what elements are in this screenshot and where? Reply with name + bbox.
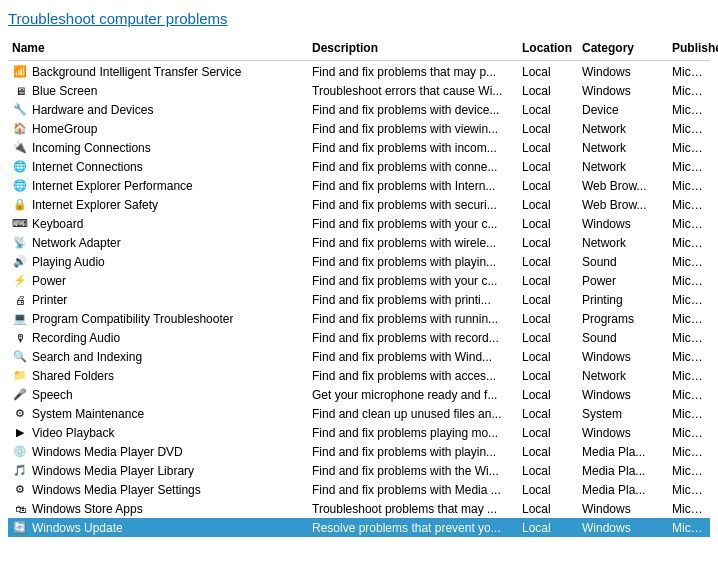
item-publisher: Microsoft ... <box>668 83 710 99</box>
item-icon: 📡 <box>12 235 28 251</box>
item-location: Local <box>518 216 578 232</box>
list-item[interactable]: 🎵 Windows Media Player Library Find and … <box>8 461 710 480</box>
list-item[interactable]: 🏠 HomeGroup Find and fix problems with v… <box>8 119 710 138</box>
item-description: Find and fix problems with device... <box>308 102 518 118</box>
list-item[interactable]: 🌐 Internet Connections Find and fix prob… <box>8 157 710 176</box>
item-name: 🔍 Search and Indexing <box>8 348 308 366</box>
list-item[interactable]: 🛍 Windows Store Apps Troubleshoot proble… <box>8 499 710 518</box>
item-location: Local <box>518 520 578 536</box>
item-name: ⚡ Power <box>8 272 308 290</box>
item-category: Sound <box>578 254 668 270</box>
item-category: Windows <box>578 83 668 99</box>
item-category: Windows <box>578 425 668 441</box>
item-location: Local <box>518 330 578 346</box>
item-publisher: Microsoft ... <box>668 444 710 460</box>
item-category: Media Pla... <box>578 444 668 460</box>
item-name: ⚙ Windows Media Player Settings <box>8 481 308 499</box>
item-name: 🎤 Speech <box>8 386 308 404</box>
list-item[interactable]: ⚡ Power Find and fix problems with your … <box>8 271 710 290</box>
list-item[interactable]: 🎤 Speech Get your microphone ready and f… <box>8 385 710 404</box>
item-location: Local <box>518 178 578 194</box>
item-publisher: Microsoft ... <box>668 235 710 251</box>
item-publisher: Microsoft ... <box>668 520 710 536</box>
item-icon: 🔒 <box>12 197 28 213</box>
item-description: Find and fix problems playing mo... <box>308 425 518 441</box>
item-publisher: Microsoft ... <box>668 425 710 441</box>
item-icon: 🎤 <box>12 387 28 403</box>
list-item[interactable]: 🔊 Playing Audio Find and fix problems wi… <box>8 252 710 271</box>
item-icon: 📶 <box>12 64 28 80</box>
item-publisher: Microsoft ... <box>668 463 710 479</box>
list-item[interactable]: 🎙 Recording Audio Find and fix problems … <box>8 328 710 347</box>
item-category: Power <box>578 273 668 289</box>
item-location: Local <box>518 482 578 498</box>
item-category: Media Pla... <box>578 463 668 479</box>
item-name: ⚙ System Maintenance <box>8 405 308 423</box>
item-name: 🌐 Internet Explorer Performance <box>8 177 308 195</box>
item-category: Windows <box>578 349 668 365</box>
item-icon: ⌨ <box>12 216 28 232</box>
item-publisher: Microsoft ... <box>668 102 710 118</box>
list-item[interactable]: 🔌 Incoming Connections Find and fix prob… <box>8 138 710 157</box>
page-title[interactable]: Troubleshoot computer problems <box>8 10 710 27</box>
item-publisher: Microsoft ... <box>668 254 710 270</box>
item-name: 🏠 HomeGroup <box>8 120 308 138</box>
item-publisher: Microsoft ... <box>668 178 710 194</box>
list-item[interactable]: 🖥 Blue Screen Troubleshoot errors that c… <box>8 81 710 100</box>
item-category: Network <box>578 121 668 137</box>
item-category: Printing <box>578 292 668 308</box>
item-description: Find and fix problems with wirele... <box>308 235 518 251</box>
item-icon: 🛍 <box>12 501 28 517</box>
list-item[interactable]: 🔧 Hardware and Devices Find and fix prob… <box>8 100 710 119</box>
item-category: Programs <box>578 311 668 327</box>
item-icon: 🎙 <box>12 330 28 346</box>
item-category: Sound <box>578 330 668 346</box>
item-icon: 🔄 <box>12 520 28 536</box>
list-item[interactable]: 🌐 Internet Explorer Performance Find and… <box>8 176 710 195</box>
item-location: Local <box>518 292 578 308</box>
item-description: Find and fix problems with your c... <box>308 216 518 232</box>
item-icon: ⚡ <box>12 273 28 289</box>
list-item[interactable]: 📶 Background Intelligent Transfer Servic… <box>8 62 710 81</box>
list-item[interactable]: 📡 Network Adapter Find and fix problems … <box>8 233 710 252</box>
list-item[interactable]: ⌨ Keyboard Find and fix problems with yo… <box>8 214 710 233</box>
item-description: Find and fix problems with conne... <box>308 159 518 175</box>
item-description: Troubleshoot problems that may ... <box>308 501 518 517</box>
item-publisher: Microsoft ... <box>668 121 710 137</box>
item-icon: 🏠 <box>12 121 28 137</box>
item-publisher: Microsoft ... <box>668 292 710 308</box>
header-name: Name <box>8 39 308 57</box>
item-icon: 🔊 <box>12 254 28 270</box>
list-item[interactable]: ⚙ System Maintenance Find and clean up u… <box>8 404 710 423</box>
list-item[interactable]: 💻 Program Compatibility Troubleshooter F… <box>8 309 710 328</box>
item-category: Windows <box>578 216 668 232</box>
item-publisher: Microsoft ... <box>668 368 710 384</box>
item-location: Local <box>518 444 578 460</box>
list-item[interactable]: 🖨 Printer Find and fix problems with pri… <box>8 290 710 309</box>
item-description: Find and fix problems with playin... <box>308 254 518 270</box>
item-category: Network <box>578 368 668 384</box>
item-location: Local <box>518 368 578 384</box>
header-description: Description <box>308 39 518 57</box>
header-location: Location <box>518 39 578 57</box>
item-publisher: Microsoft ... <box>668 406 710 422</box>
item-description: Find and fix problems with viewin... <box>308 121 518 137</box>
list-item[interactable]: ▶ Video Playback Find and fix problems p… <box>8 423 710 442</box>
item-name: 📁 Shared Folders <box>8 367 308 385</box>
item-name: ▶ Video Playback <box>8 424 308 442</box>
list-item[interactable]: 🔍 Search and Indexing Find and fix probl… <box>8 347 710 366</box>
header-category: Category <box>578 39 668 57</box>
item-icon: 💿 <box>12 444 28 460</box>
list-item[interactable]: ⚙ Windows Media Player Settings Find and… <box>8 480 710 499</box>
item-category: Network <box>578 140 668 156</box>
item-icon: ⚙ <box>12 482 28 498</box>
item-location: Local <box>518 235 578 251</box>
item-publisher: Microsoft ... <box>668 216 710 232</box>
list-item[interactable]: 📁 Shared Folders Find and fix problems w… <box>8 366 710 385</box>
list-item[interactable]: 🔄 Windows Update Resolve problems that p… <box>8 518 710 537</box>
list-item[interactable]: 🔒 Internet Explorer Safety Find and fix … <box>8 195 710 214</box>
item-publisher: Microsoft ... <box>668 501 710 517</box>
list-item[interactable]: 💿 Windows Media Player DVD Find and fix … <box>8 442 710 461</box>
item-publisher: Microsoft ... <box>668 140 710 156</box>
item-name: 🖨 Printer <box>8 291 308 309</box>
